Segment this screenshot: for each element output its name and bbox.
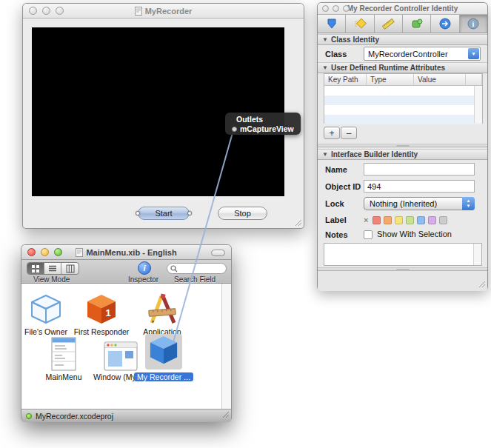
- view-mode-columns-segment[interactable]: [61, 263, 79, 274]
- runtime-attributes-table[interactable]: Key Path Type Value: [324, 73, 483, 124]
- list-item-first-responder[interactable]: 1 First Responder: [70, 292, 133, 336]
- list-item-my-recorder[interactable]: My Recorder ...: [133, 335, 195, 383]
- label-swatches: [373, 216, 447, 224]
- minimize-button[interactable]: [42, 7, 50, 15]
- files-owner-cube-icon: [30, 293, 62, 326]
- popup-stepper-icon[interactable]: ▲▼: [462, 197, 475, 210]
- selection-handle-left[interactable]: [136, 211, 140, 215]
- svg-text:1: 1: [105, 307, 110, 318]
- list-item-files-owner[interactable]: File's Owner: [15, 292, 77, 336]
- column-value[interactable]: Value: [414, 74, 466, 85]
- inspector-window: My Recorder Controller Identity i ▼ Clas…: [317, 2, 488, 290]
- remove-attribute-button[interactable]: –: [341, 127, 357, 139]
- label-color-swatch[interactable]: [373, 216, 381, 224]
- label-label: Label: [325, 215, 347, 224]
- list-item-application[interactable]: Application: [131, 292, 193, 336]
- document-icon: [135, 7, 142, 16]
- search-input[interactable]: [179, 264, 222, 273]
- close-button[interactable]: [322, 5, 329, 12]
- splitter-handle[interactable]: [318, 144, 487, 147]
- minimize-button[interactable]: [333, 5, 339, 12]
- stop-button[interactable]: Stop: [218, 207, 267, 220]
- start-button[interactable]: Start: [138, 207, 190, 220]
- hud-outlet-row[interactable]: mCaptureView: [225, 124, 301, 133]
- traffic-lights: [322, 5, 350, 12]
- label-color-swatch[interactable]: [406, 216, 414, 224]
- table-row[interactable]: [324, 105, 482, 115]
- column-type[interactable]: Type: [367, 74, 414, 85]
- inspector-label: Inspector: [128, 275, 158, 284]
- zoom-button[interactable]: [56, 7, 64, 15]
- tab-attributes[interactable]: [318, 15, 346, 33]
- hud-title: Outlets: [225, 113, 301, 124]
- disclosure-triangle[interactable]: ▼: [322, 36, 328, 43]
- grid-view-icon: [31, 264, 40, 273]
- list-view-icon: [48, 264, 57, 273]
- label-color-swatch[interactable]: [384, 216, 392, 224]
- add-attribute-button[interactable]: +: [324, 127, 340, 139]
- tab-size[interactable]: [375, 15, 403, 33]
- document-icon: [76, 248, 83, 257]
- class-combobox[interactable]: MyRecorderController ▼: [364, 47, 481, 61]
- tab-identity[interactable]: i: [460, 15, 487, 33]
- zoom-button[interactable]: [54, 248, 62, 256]
- vertical-scrollbar[interactable]: [221, 284, 231, 409]
- class-identity-header[interactable]: ▼ Class Identity: [318, 34, 487, 45]
- zoom-button[interactable]: [343, 5, 350, 12]
- xib-status-bar: MyRecorder.xcodeproj: [21, 409, 231, 422]
- view-mode-icons-segment[interactable]: [27, 263, 44, 274]
- close-button[interactable]: [27, 248, 36, 256]
- mainmenu-icon: [51, 337, 76, 371]
- tab-connections[interactable]: [431, 15, 459, 33]
- show-with-selection-checkbox[interactable]: [364, 230, 373, 239]
- table-row[interactable]: [324, 86, 482, 96]
- label-color-swatch[interactable]: [428, 216, 436, 224]
- connection-dot-icon[interactable]: [232, 127, 237, 132]
- column-key-path[interactable]: Key Path: [324, 74, 367, 85]
- list-item-mainmenu[interactable]: MainMenu: [33, 337, 95, 381]
- show-with-selection-label: Show With Selection: [377, 230, 452, 238]
- label-color-swatch[interactable]: [439, 216, 447, 224]
- lock-popup[interactable]: Nothing (Inherited) ▲▼: [364, 197, 475, 210]
- traffic-lights: [27, 248, 62, 256]
- label-color-swatch[interactable]: [417, 216, 425, 224]
- search-field[interactable]: [167, 263, 227, 274]
- ib-identity-header[interactable]: ▼ Interface Builder Identity: [318, 149, 487, 160]
- item-label: MainMenu: [33, 372, 95, 381]
- resize-grip[interactable]: [477, 279, 486, 288]
- item-label-selected: My Recorder ...: [134, 372, 193, 381]
- label-clear-button[interactable]: ×: [364, 215, 368, 224]
- attributes-icon: [325, 18, 338, 30]
- label-color-swatch[interactable]: [395, 216, 403, 224]
- tab-effects[interactable]: [346, 15, 374, 33]
- resize-grip[interactable]: [293, 218, 302, 227]
- myrecorder-titlebar[interactable]: MyRecorder: [23, 4, 304, 19]
- table-row[interactable]: [324, 96, 482, 105]
- label-color-row: ×: [364, 215, 447, 224]
- inspector-button[interactable]: i: [138, 261, 151, 275]
- minimize-button[interactable]: [41, 248, 49, 256]
- runtime-attributes-header[interactable]: ▼ User Defined Runtime Attributes: [318, 62, 487, 73]
- view-mode-list-segment[interactable]: [44, 263, 61, 274]
- toolbar-toggle-button[interactable]: [211, 250, 225, 256]
- disclosure-triangle[interactable]: ▼: [322, 64, 328, 71]
- resize-grip[interactable]: [221, 409, 230, 418]
- capture-view[interactable]: [32, 27, 284, 196]
- xib-titlebar[interactable]: MainMenu.xib - English: [21, 245, 231, 260]
- notes-textarea[interactable]: [324, 243, 482, 266]
- object-id-field[interactable]: [364, 180, 475, 193]
- notes-scrollbar[interactable]: [473, 244, 481, 265]
- disclosure-triangle[interactable]: ▼: [322, 151, 328, 158]
- name-label: Name: [325, 165, 347, 174]
- combo-dropdown-icon[interactable]: ▼: [468, 48, 479, 59]
- class-label: Class: [325, 50, 347, 58]
- name-field[interactable]: [364, 163, 475, 175]
- selection-handle-right[interactable]: [187, 211, 192, 215]
- tab-bindings[interactable]: [403, 15, 431, 33]
- close-button[interactable]: [29, 7, 37, 15]
- inspector-titlebar[interactable]: My Recorder Controller Identity: [318, 3, 487, 15]
- table-row[interactable]: [324, 115, 482, 124]
- table-scrollbar[interactable]: [474, 86, 482, 123]
- connections-icon: [438, 18, 452, 30]
- start-button-label: Start: [155, 209, 172, 218]
